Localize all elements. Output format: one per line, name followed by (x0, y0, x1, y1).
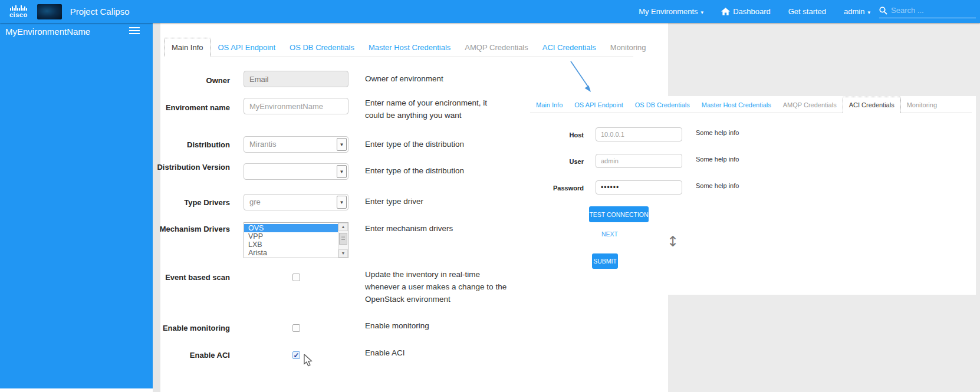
cisco-logo: cisco (9, 5, 28, 18)
password-label: Password (542, 185, 584, 192)
nav-my-environments[interactable]: My Environments ▾ (639, 7, 703, 16)
mouse-pointer-icon (303, 354, 313, 367)
app-title: Project Calipso (70, 6, 130, 17)
annotation-arrow-icon (554, 59, 601, 100)
event-based-scan-help: Update the inventory in real-time whenev… (365, 268, 509, 305)
inset-tab-master-host-credentials[interactable]: Master Host Credentials (696, 97, 777, 113)
scroll-down-icon[interactable]: ▼ (338, 249, 348, 258)
list-item[interactable]: VPP (244, 232, 338, 241)
calipso-logo-image (37, 4, 62, 19)
distribution-label: Distribution (153, 140, 230, 150)
environment-name-help: Enter name of your encironment, it could… (365, 97, 508, 121)
list-item[interactable]: Arista (244, 249, 338, 257)
main-tab-bar: Main Info OS API Endpoint OS DB Credenti… (164, 39, 633, 57)
tab-aci-credentials[interactable]: ACI Credentials (535, 38, 603, 57)
mechanism-drivers-label: Mechanism Drivers (153, 224, 230, 234)
password-help: Some help info (696, 182, 739, 189)
host-label: Host (542, 131, 584, 139)
home-icon (721, 8, 730, 16)
tab-main-info[interactable]: Main Info (164, 38, 211, 57)
event-based-scan-label: Event based scan (153, 272, 230, 282)
mechanism-drivers-help: Enter mechanism drivers (365, 222, 512, 235)
tab-amqp-credentials: AMQP Credentials (458, 38, 535, 57)
distribution-help: Enter type of the distribution (365, 138, 512, 150)
inset-tab-amqp-credentials: AMQP Credentials (777, 97, 843, 113)
inset-tab-aci-credentials[interactable]: ACI Credentials (843, 97, 901, 113)
nav-get-started[interactable]: Get started (788, 7, 826, 16)
owner-help: Owner of environment (365, 73, 512, 85)
nav-user-menu[interactable]: admin ▾ (844, 7, 870, 16)
scroll-up-icon[interactable]: ▲ (338, 223, 348, 231)
scrollbar-thumb[interactable] (339, 233, 347, 245)
distribution-version-label: Distribution Version (153, 162, 230, 172)
distribution-version-help: Enter type of the distribution (365, 164, 512, 177)
user-input[interactable] (596, 154, 682, 168)
cisco-logo-bars-icon (10, 5, 27, 11)
list-item[interactable]: OVS (244, 224, 338, 232)
enable-monitoring-label: Enable monitoring (153, 323, 230, 333)
nav-dashboard[interactable]: Dashboard (721, 7, 771, 16)
type-drivers-help: Enter type driver (365, 195, 512, 207)
dropdown-arrow-icon[interactable]: ▼ (337, 165, 347, 178)
enable-aci-label: Enable ACI (153, 350, 230, 360)
enable-aci-help: Enable ACI (365, 347, 512, 359)
environment-name-label: Enviroment name (153, 103, 230, 113)
submit-button[interactable]: SUBMIT (592, 253, 618, 269)
sidebar: MyEnvironmentName (0, 23, 153, 388)
user-help: Some help info (696, 156, 739, 163)
type-drivers-select[interactable]: gre ▼ (244, 194, 348, 210)
search-input[interactable] (891, 6, 968, 15)
password-input[interactable] (596, 180, 682, 195)
tab-os-api-endpoint[interactable]: OS API Endpoint (211, 38, 282, 57)
host-help: Some help info (696, 129, 739, 136)
user-label: User (542, 158, 584, 165)
type-drivers-label: Type Drivers (153, 197, 230, 207)
test-connection-button[interactable]: TEST CONNECTION (589, 206, 649, 222)
tab-os-db-credentials[interactable]: OS DB Credentials (282, 38, 361, 57)
global-search (879, 3, 976, 18)
listbox-scrollbar[interactable]: ▲ ▼ (338, 223, 348, 258)
distribution-select[interactable]: Mirantis ▼ (244, 136, 348, 153)
inset-tab-monitoring: Monitoring (901, 97, 943, 113)
host-input[interactable] (596, 127, 682, 141)
environment-name-input[interactable] (244, 98, 348, 114)
enable-aci-checkbox[interactable]: ✓ (292, 351, 300, 359)
cisco-logo-text: cisco (9, 12, 28, 18)
enable-monitoring-checkbox[interactable] (292, 324, 300, 332)
distribution-version-select[interactable]: ▼ (244, 163, 348, 180)
owner-input[interactable] (244, 71, 348, 87)
dropdown-arrow-icon[interactable]: ▼ (337, 138, 347, 151)
top-header: cisco Project Calipso My Environments ▾ … (0, 0, 980, 23)
tab-monitoring: Monitoring (603, 38, 653, 57)
inset-aci-panel: Main Info OS API Endpoint OS DB Credenti… (527, 96, 976, 295)
search-icon (879, 6, 887, 15)
chevron-down-icon: ▾ (701, 9, 704, 15)
enable-monitoring-help: Enable monitoring (365, 319, 512, 332)
next-link[interactable]: NEXT (601, 230, 618, 238)
owner-label: Owner (153, 75, 230, 85)
dropdown-arrow-icon[interactable]: ▼ (337, 196, 347, 209)
inset-tab-os-db-credentials[interactable]: OS DB Credentials (629, 97, 696, 113)
event-based-scan-checkbox[interactable] (292, 274, 300, 281)
resize-cursor-icon: ↕ (667, 233, 679, 250)
inset-tab-bar: Main Info OS API Endpoint OS DB Credenti… (530, 98, 972, 113)
tab-master-host-credentials[interactable]: Master Host Credentials (361, 38, 458, 57)
chevron-down-icon: ▾ (867, 9, 870, 15)
list-item[interactable]: Nexus (244, 257, 338, 258)
hamburger-menu-icon[interactable] (129, 27, 140, 36)
list-item[interactable]: LXB (244, 241, 338, 249)
mechanism-drivers-listbox[interactable]: OVS VPP LXB Arista Nexus ▲ ▼ (244, 222, 348, 258)
